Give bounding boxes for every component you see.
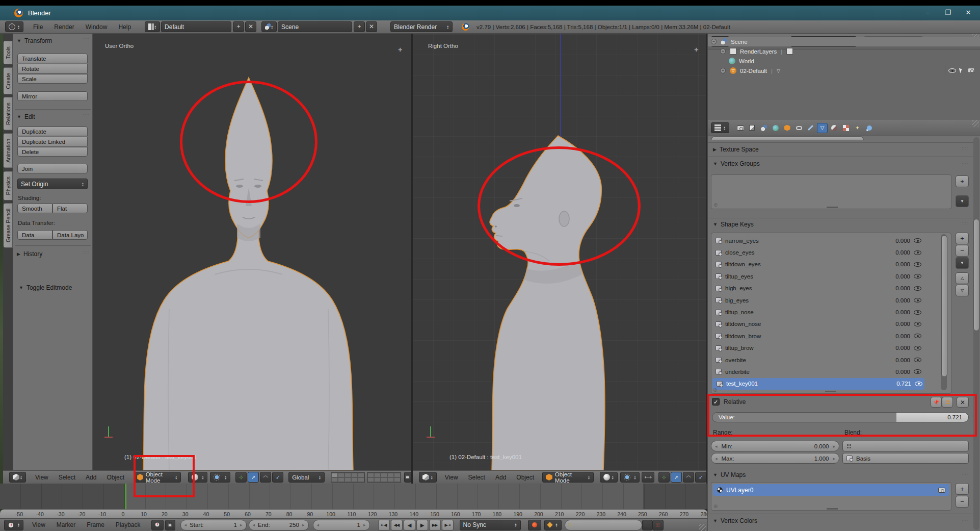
tab-texture-icon[interactable] bbox=[840, 123, 851, 133]
join-button[interactable]: Join bbox=[17, 164, 88, 173]
add-inline-icon[interactable]: ⊕ bbox=[713, 202, 718, 208]
play-reverse-button[interactable]: ◀ bbox=[404, 520, 415, 530]
menu-item[interactable]: Window bbox=[80, 23, 113, 31]
menu-item[interactable]: Select bbox=[54, 474, 81, 481]
panel-grip-icon[interactable]: :::: bbox=[962, 519, 968, 521]
menu-item[interactable]: Object bbox=[101, 474, 129, 481]
viewport-shading-dropdown[interactable]: ▲▼ bbox=[188, 472, 207, 483]
manipulator-rotate-icon[interactable]: ◠ bbox=[683, 472, 694, 483]
close-scene-button[interactable]: ✕ bbox=[366, 21, 377, 32]
pin-button[interactable]: 📌 bbox=[931, 397, 942, 408]
timeline-ruler[interactable]: -50-40-30-20-100102030405060708090100110… bbox=[0, 509, 707, 518]
shape-key-name[interactable]: close_eyes bbox=[725, 249, 883, 256]
data-layout-button[interactable]: Data Layo bbox=[52, 230, 88, 240]
add-inline-icon[interactable]: ⊕ bbox=[713, 503, 718, 509]
panel-grip-icon[interactable]: :::: bbox=[962, 162, 968, 164]
active-render-camera-icon[interactable] bbox=[938, 488, 945, 493]
list-resize-handle[interactable] bbox=[825, 391, 836, 392]
menu-item[interactable]: Frame bbox=[81, 521, 110, 528]
editor-type-timeline-button[interactable]: ▲▼ bbox=[4, 520, 23, 530]
mute-eye-icon[interactable] bbox=[914, 262, 921, 267]
panel-grip-icon[interactable]: :::: bbox=[962, 147, 968, 149]
editor-type-3dview-button[interactable]: ▲▼ bbox=[419, 472, 437, 483]
model-side-view[interactable] bbox=[413, 34, 706, 470]
shape-key-add-button[interactable]: + bbox=[956, 233, 969, 244]
manipulator-rotate-icon[interactable]: ◠ bbox=[260, 472, 271, 483]
layout-icon-button[interactable]: ▲▼ bbox=[145, 21, 160, 32]
sync-dropdown[interactable]: No Sync ▲▼ bbox=[460, 520, 521, 530]
vertex-group-blend-button[interactable] bbox=[942, 397, 953, 408]
shape-key-name[interactable]: tiltup_nose bbox=[725, 309, 883, 315]
shape-key-row[interactable]: overbite 0.000 bbox=[711, 354, 951, 366]
scene-select[interactable]: Scene bbox=[278, 21, 352, 32]
uv-maps-panel-header[interactable]: ▼UV Maps bbox=[713, 471, 746, 478]
max-field[interactable]: ◂Max: 1.000▸ bbox=[711, 453, 839, 464]
mute-eye-icon[interactable] bbox=[914, 334, 921, 338]
mute-eye-icon[interactable] bbox=[914, 346, 921, 350]
editor-type-properties-button[interactable]: ▲▼ bbox=[711, 122, 729, 133]
tab-physics-icon[interactable] bbox=[864, 123, 875, 133]
tab-material-icon[interactable] bbox=[829, 123, 839, 133]
smooth-button[interactable]: Smooth bbox=[17, 204, 52, 213]
tab-world-icon[interactable] bbox=[770, 123, 781, 133]
shape-key-delete-x-button[interactable]: ✕ bbox=[957, 397, 969, 408]
menu-item[interactable]: View bbox=[30, 474, 54, 481]
relative-checkbox[interactable]: ✓ bbox=[712, 398, 720, 406]
list-resize-handle[interactable] bbox=[827, 508, 838, 510]
close-layout-button[interactable]: ✕ bbox=[245, 21, 256, 32]
render-engine-select[interactable]: Blender Render ▲▼ bbox=[390, 21, 453, 32]
shape-key-value[interactable]: 0.000 bbox=[887, 238, 910, 244]
start-frame-field[interactable]: ◂Start: 1▸ bbox=[180, 520, 247, 530]
texture-space-panel-header[interactable]: ▶Texture Space bbox=[713, 146, 759, 153]
tab-modifiers-icon[interactable] bbox=[805, 123, 816, 133]
close-button[interactable]: ✕ bbox=[962, 8, 975, 18]
layers-grid-1[interactable] bbox=[331, 472, 365, 483]
active-keying-set-field[interactable]: ⚿ bbox=[565, 520, 642, 530]
editor-type-info-button[interactable]: i ▲▼ bbox=[5, 21, 23, 32]
tool-tab[interactable]: Relations bbox=[4, 97, 13, 131]
menu-item[interactable]: View bbox=[440, 474, 463, 481]
shape-key-row[interactable]: tiltdown_nose 0.000 bbox=[711, 318, 951, 330]
flat-button[interactable]: Flat bbox=[52, 204, 88, 213]
viewport-right[interactable]: Right Ortho (1) 02-Default : test_key001… bbox=[413, 34, 706, 484]
mute-eye-icon[interactable] bbox=[915, 382, 922, 386]
shape-key-row[interactable]: test_key001 0.721 bbox=[712, 378, 924, 390]
manipulator-translate-icon[interactable]: ➚ bbox=[248, 472, 259, 483]
record-button[interactable] bbox=[528, 520, 541, 530]
shape-key-value[interactable]: 0.000 bbox=[887, 333, 910, 339]
pivot-point-dropdown[interactable]: ▲▼ bbox=[620, 472, 640, 483]
menu-item[interactable]: File bbox=[28, 23, 48, 31]
shape-key-value[interactable]: 0.000 bbox=[887, 285, 910, 291]
duplicate-button[interactable]: Duplicate bbox=[17, 127, 88, 136]
shape-key-row[interactable]: tiltup_brow 0.000 bbox=[711, 342, 951, 354]
uv-map-add-button[interactable]: + bbox=[956, 483, 969, 495]
show-seconds-clock-button[interactable] bbox=[151, 520, 164, 530]
shape-key-name[interactable]: big_eyes bbox=[725, 297, 883, 304]
tab-scene-icon[interactable] bbox=[758, 123, 769, 133]
translate-button[interactable]: Translate bbox=[17, 54, 88, 63]
manipulator-axes-icon[interactable]: ⊹ bbox=[658, 472, 670, 483]
keying-set-type-dropdown[interactable]: ▲▼ bbox=[544, 520, 562, 530]
vertex-group-filter-button[interactable]: ▼ bbox=[956, 195, 969, 207]
maximize-button[interactable]: ❐ bbox=[941, 8, 955, 18]
shape-key-name[interactable]: tiltup_eyes bbox=[725, 273, 883, 280]
set-origin-dropdown[interactable]: Set Origin▲▼ bbox=[17, 179, 88, 189]
shape-key-remove-button[interactable]: − bbox=[956, 245, 969, 257]
lock-time-button[interactable] bbox=[165, 520, 175, 530]
vertex-groups-panel-header[interactable]: ▼Vertex Groups bbox=[713, 160, 760, 167]
object-mode-dropdown[interactable]: Object Mode ▲▼ bbox=[134, 472, 181, 483]
vertex-group-add-button[interactable]: + bbox=[956, 175, 969, 187]
selectability-cursor-icon[interactable] bbox=[959, 68, 963, 73]
outliner-row-renderlayers[interactable]: + RenderLayers | bbox=[708, 46, 980, 56]
menu-item[interactable]: Marker bbox=[51, 521, 81, 528]
corner-resize-grip[interactable] bbox=[699, 524, 706, 531]
tab-render-layers-icon[interactable] bbox=[747, 123, 757, 133]
mute-eye-icon[interactable] bbox=[914, 358, 921, 362]
add-layout-button[interactable]: + bbox=[233, 21, 244, 32]
editor-type-3dview-button[interactable]: ▲▼ bbox=[9, 472, 26, 483]
transform-panel-header[interactable]: ▼Transform bbox=[17, 37, 52, 44]
mirror-button[interactable]: Mirror bbox=[17, 91, 88, 101]
mute-eye-icon[interactable] bbox=[914, 238, 921, 243]
layer-cell[interactable] bbox=[331, 473, 338, 477]
tool-tab[interactable]: Physics bbox=[4, 171, 13, 200]
